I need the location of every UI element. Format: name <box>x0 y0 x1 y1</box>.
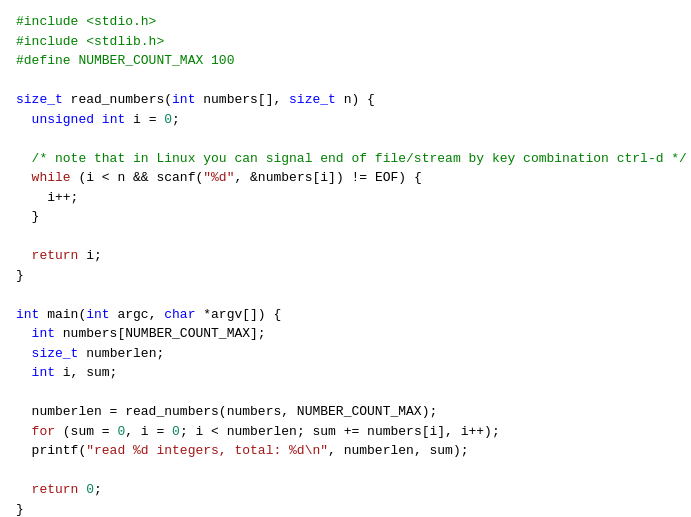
code-token <box>16 149 32 169</box>
code-token: read_numbers( <box>63 90 172 110</box>
code-token: i++; <box>16 188 78 208</box>
code-line: for (sum = 0, i = 0; i < numberlen; sum … <box>16 422 675 442</box>
code-token: /* note that in Linux you can signal end… <box>32 149 687 169</box>
code-line: return i; <box>16 246 675 266</box>
code-line: size_t read_numbers(int numbers[], size_… <box>16 90 675 110</box>
code-line: printf("read %d integers, total: %d\n", … <box>16 441 675 461</box>
code-line: int main(int argc, char *argv[]) { <box>16 305 675 325</box>
code-token: return <box>32 480 79 500</box>
code-line: } <box>16 500 675 518</box>
code-token: , &numbers[i]) != EOF) { <box>234 168 421 188</box>
code-line: int i, sum; <box>16 363 675 383</box>
code-token <box>16 324 32 344</box>
code-line: } <box>16 266 675 286</box>
code-token: return <box>32 246 79 266</box>
code-token: } <box>16 500 24 518</box>
code-line: unsigned int i = 0; <box>16 110 675 130</box>
code-token: ; <box>172 110 180 130</box>
code-token: size_t <box>16 90 63 110</box>
code-token: (sum = <box>55 422 117 442</box>
code-token: int <box>32 363 55 383</box>
code-token: 0 <box>86 480 94 500</box>
code-line: } <box>16 207 675 227</box>
code-token: i = <box>125 110 164 130</box>
code-token: int <box>102 110 125 130</box>
code-token: #include <stdlib.h> <box>16 32 164 52</box>
code-line: return 0; <box>16 480 675 500</box>
code-token: int <box>172 90 195 110</box>
code-token <box>16 480 32 500</box>
code-token: } <box>16 266 24 286</box>
code-line <box>16 71 675 91</box>
code-token: main( <box>39 305 86 325</box>
code-token: numberlen; <box>78 344 164 364</box>
code-token: n) { <box>336 90 375 110</box>
code-token: size_t <box>32 344 79 364</box>
code-token: for <box>32 422 55 442</box>
code-token: numberlen = read_numbers(numbers, NUMBER… <box>16 402 437 422</box>
code-token: while <box>32 168 71 188</box>
code-token: int <box>16 305 39 325</box>
code-token: } <box>16 207 39 227</box>
code-token: printf( <box>16 441 86 461</box>
code-token: #include <stdio.h> <box>16 12 156 32</box>
code-content: #include <stdio.h>#include <stdlib.h>#de… <box>16 12 675 517</box>
code-token <box>16 422 32 442</box>
code-token: int <box>86 305 109 325</box>
code-token <box>78 480 86 500</box>
code-token <box>94 110 102 130</box>
code-line: size_t numberlen; <box>16 344 675 364</box>
code-token: 0 <box>164 110 172 130</box>
code-line <box>16 285 675 305</box>
code-token: 0 <box>172 422 180 442</box>
code-token: numbers[NUMBER_COUNT_MAX]; <box>55 324 266 344</box>
code-line <box>16 129 675 149</box>
code-token: size_t <box>289 90 336 110</box>
code-token: *argv[]) { <box>195 305 281 325</box>
code-token: i, sum; <box>55 363 117 383</box>
code-token: unsigned <box>32 110 94 130</box>
code-token <box>16 110 32 130</box>
code-token <box>16 168 32 188</box>
code-token: ; i < numberlen; sum += numbers[i], i++)… <box>180 422 500 442</box>
code-line: #define NUMBER_COUNT_MAX 100 <box>16 51 675 71</box>
code-token: char <box>164 305 195 325</box>
code-editor: #include <stdio.h>#include <stdlib.h>#de… <box>0 0 691 517</box>
code-token: #define NUMBER_COUNT_MAX 100 <box>16 51 234 71</box>
code-token: numbers[], <box>195 90 289 110</box>
code-line <box>16 461 675 481</box>
code-line: int numbers[NUMBER_COUNT_MAX]; <box>16 324 675 344</box>
code-line: /* note that in Linux you can signal end… <box>16 149 675 169</box>
code-token: 0 <box>117 422 125 442</box>
code-token: i; <box>78 246 101 266</box>
code-token: argc, <box>110 305 165 325</box>
code-token: (i < n && scanf( <box>71 168 204 188</box>
code-token: , numberlen, sum); <box>328 441 468 461</box>
code-token <box>16 246 32 266</box>
code-line: numberlen = read_numbers(numbers, NUMBER… <box>16 402 675 422</box>
code-token: "read %d integers, total: %d\n" <box>86 441 328 461</box>
code-token: ; <box>94 480 102 500</box>
code-token: , i = <box>125 422 172 442</box>
code-token: int <box>32 324 55 344</box>
code-token: "%d" <box>203 168 234 188</box>
code-line: #include <stdio.h> <box>16 12 675 32</box>
code-line: while (i < n && scanf("%d", &numbers[i])… <box>16 168 675 188</box>
code-token <box>16 363 32 383</box>
code-line: i++; <box>16 188 675 208</box>
code-line <box>16 383 675 403</box>
code-line <box>16 227 675 247</box>
code-token <box>16 344 32 364</box>
code-line: #include <stdlib.h> <box>16 32 675 52</box>
